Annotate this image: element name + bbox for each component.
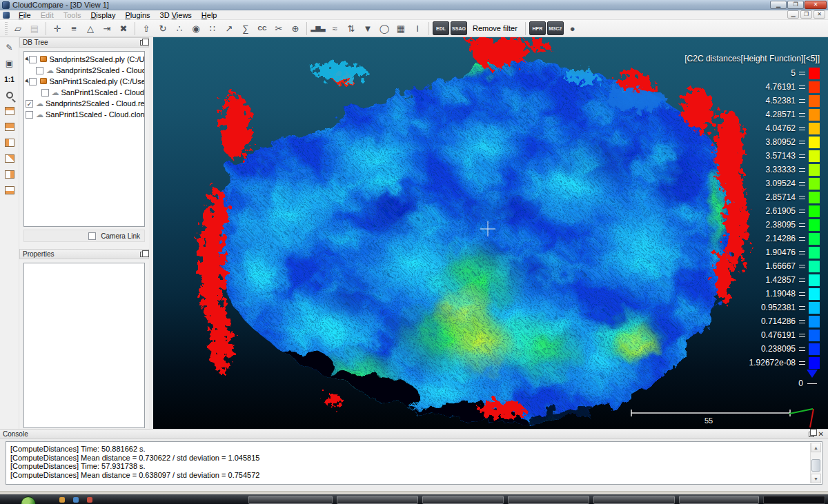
cross-section-icon[interactable]: ✂: [271, 21, 286, 36]
taskbar-button[interactable]: [679, 496, 759, 504]
view-top-icon[interactable]: [3, 105, 17, 117]
toolbar-grip[interactable]: [5, 22, 8, 35]
clipping-box-icon[interactable]: ▦: [393, 21, 408, 36]
pivot-visibility-icon[interactable]: ✎: [3, 41, 17, 54]
remove-filter-button[interactable]: Remove filter: [469, 21, 522, 36]
view-back-icon[interactable]: [3, 152, 17, 165]
scalar-bar-min-tick: [807, 383, 817, 384]
float-panel-icon[interactable]: [140, 252, 146, 257]
view-left-icon[interactable]: [3, 137, 17, 149]
minimize-button[interactable]: ▁: [770, 1, 787, 9]
taskbar-button[interactable]: [593, 496, 675, 504]
noise-filter-icon[interactable]: ∴: [172, 21, 187, 36]
scalar-bar-swatch: [809, 81, 820, 93]
console-scrollbar[interactable]: ▲ ▼: [810, 443, 821, 483]
restore-button[interactable]: ❐: [787, 1, 804, 9]
toolbar-separator: [428, 22, 429, 35]
tree-item[interactable]: ☁Sandprints2Scaled - Cloud.re...: [24, 65, 144, 76]
sf-min-max-icon[interactable]: ⇅: [344, 21, 359, 36]
hpr-plugin-icon[interactable]: HPR: [529, 21, 546, 35]
subsample-cloud-icon[interactable]: ↻: [155, 21, 170, 36]
edl-filter-icon[interactable]: EDL: [433, 21, 449, 35]
global-shift-icon[interactable]: ⇧: [139, 21, 154, 36]
curvature-plot-icon[interactable]: ≈: [327, 21, 342, 36]
menu-display[interactable]: Display: [86, 10, 120, 20]
child-restore-button[interactable]: ❐: [800, 10, 812, 19]
zoom-1-1-icon[interactable]: 1:1: [3, 73, 17, 85]
taskbar-button[interactable]: [337, 496, 418, 504]
tree-item-checkbox[interactable]: [26, 111, 33, 119]
statistics-icon[interactable]: ∑: [238, 21, 253, 36]
start-button[interactable]: [21, 496, 36, 504]
segment-polyline-icon[interactable]: △: [83, 21, 98, 36]
scalar-bar-tick: [799, 99, 805, 103]
compute-normals-icon[interactable]: ◉: [188, 21, 204, 36]
menu-file[interactable]: File: [14, 10, 36, 20]
qpcv-plugin-icon[interactable]: ●: [565, 21, 580, 36]
taskbar-button[interactable]: [248, 496, 333, 504]
float-panel-icon[interactable]: [809, 432, 814, 437]
scalar-bar-entry: 1.66667: [684, 259, 820, 273]
point-picking-icon[interactable]: ✛: [50, 21, 65, 36]
tree-item-checkbox[interactable]: [29, 56, 37, 63]
tree-item[interactable]: ▶Sandprints2Scaled.ply (C:/Users/E...: [24, 54, 144, 65]
scalar-bar-tick: [799, 347, 805, 351]
view-bottom-icon[interactable]: [3, 184, 17, 196]
menu-3d-views[interactable]: 3D Views: [155, 10, 197, 20]
scalar-bar-tick: [799, 127, 805, 130]
tree-item[interactable]: ✓☁Sandprints2Scaled - Cloud.registe...: [24, 98, 144, 109]
apply-transformation-icon[interactable]: ⇥: [99, 21, 115, 36]
child-minimize-button[interactable]: ▁: [787, 10, 799, 19]
viewport-3d[interactable]: 55 [C2C distances[Height Function][<5]] …: [153, 37, 828, 429]
tree-item[interactable]: ☁SanPrint1Scaled - Cloud.clone: [24, 109, 144, 120]
view-right-icon[interactable]: [3, 168, 17, 181]
tree-item-checkbox[interactable]: ✓: [26, 100, 33, 108]
scrollbar-thumb[interactable]: [811, 459, 820, 472]
child-close-button[interactable]: ✕: [814, 10, 825, 19]
console-close-icon[interactable]: ✕: [818, 431, 824, 438]
tree-item-checkbox[interactable]: [41, 89, 49, 97]
tree-item-checkbox[interactable]: [29, 78, 37, 85]
tree-item[interactable]: ☁SanPrint1Scaled - Cloud: [24, 87, 144, 98]
cloud-cloud-distance-icon[interactable]: CC: [255, 21, 270, 36]
global-zoom-icon[interactable]: [3, 89, 17, 101]
taskbar-button[interactable]: [508, 496, 589, 504]
child-window-icon[interactable]: [3, 12, 10, 19]
scalar-bar-entry: 1.92672e-08: [684, 356, 820, 370]
pinned-app-icon[interactable]: [73, 497, 79, 503]
app-icon: [2, 1, 10, 9]
ssao-filter-icon[interactable]: SSAO: [451, 21, 467, 35]
render-screenshot-icon[interactable]: ▣: [3, 57, 17, 70]
scroll-down-icon[interactable]: ▼: [811, 474, 821, 483]
register-entities-icon[interactable]: ↗: [221, 21, 237, 36]
delete-entity-icon[interactable]: ✖: [116, 21, 131, 36]
float-panel-icon[interactable]: [140, 40, 146, 46]
menu-plugins[interactable]: Plugins: [120, 10, 155, 20]
scalar-bar-swatch: [809, 219, 820, 231]
interactive-transformation-icon[interactable]: ⊕: [288, 21, 303, 36]
octree-compute-icon[interactable]: ∷: [205, 21, 220, 36]
pinned-app-icon[interactable]: [87, 497, 92, 503]
sphere-rendering-icon[interactable]: ◯: [377, 21, 392, 36]
show-histogram-icon[interactable]: ▂▆▃: [310, 21, 326, 36]
filter-by-value-icon[interactable]: ▼: [360, 21, 375, 36]
scroll-up-icon[interactable]: ▲: [811, 443, 821, 452]
scalar-bar-swatch: [809, 316, 820, 327]
taskbar[interactable]: [0, 494, 828, 504]
m3c2-plugin-icon[interactable]: M3C2: [547, 21, 564, 35]
scalar-bar-swatch: [809, 150, 820, 162]
view-front-icon[interactable]: [3, 121, 17, 133]
tree-item[interactable]: ▶SanPrint1Scaled.ply (C:/Users/Eu...: [24, 76, 144, 87]
tree-item-label: Sandprints2Scaled.ply (C:/Users/E...: [49, 55, 145, 63]
pinned-app-icon[interactable]: [59, 497, 65, 503]
taskbar-button[interactable]: [763, 496, 825, 504]
scalar-bar-tick: [799, 320, 805, 323]
camera-link-checkbox[interactable]: [88, 232, 96, 240]
close-button[interactable]: ✕: [805, 1, 827, 9]
tree-item-checkbox[interactable]: [36, 67, 43, 74]
light-toggle-icon[interactable]: I: [410, 21, 425, 36]
open-file-icon[interactable]: ▱: [10, 21, 26, 36]
taskbar-button[interactable]: [422, 496, 504, 504]
menu-help[interactable]: Help: [197, 10, 222, 20]
clone-entity-icon[interactable]: ≡: [66, 21, 81, 36]
